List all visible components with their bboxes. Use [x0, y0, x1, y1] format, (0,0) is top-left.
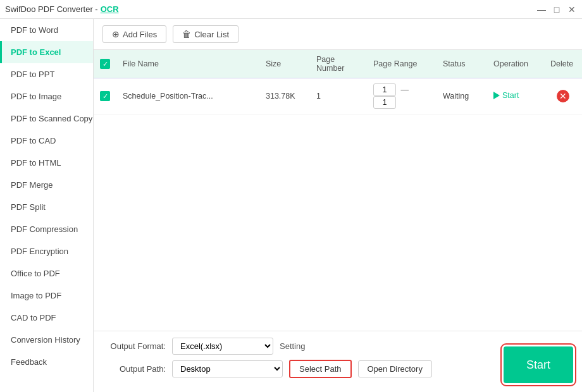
sidebar-item-pdf-to-image[interactable]: PDF to Image	[0, 85, 93, 107]
page-range-to-input[interactable]	[373, 96, 396, 109]
sidebar-item-pdf-to-cad[interactable]: PDF to CAD	[0, 130, 93, 152]
file-table-area: ✓ File Name Size Page Number Page Range …	[94, 50, 582, 331]
setting-link[interactable]: Setting	[280, 341, 305, 351]
bottom-main-row: Output Format: Excel(.xlsx) Setting Outp…	[102, 338, 573, 386]
start-main-button[interactable]: Start	[504, 346, 573, 383]
sidebar-item-pdf-compression[interactable]: PDF Compression	[0, 218, 93, 240]
start-operation-label: Start	[502, 91, 519, 100]
output-path-row: Output Path: Desktop Select Path Open Di…	[102, 360, 504, 378]
sidebar-item-image-to-pdf[interactable]: Image to PDF	[0, 285, 93, 307]
page-range-from-input[interactable]	[373, 83, 396, 96]
row-operation[interactable]: Start	[487, 78, 544, 114]
output-format-select[interactable]: Excel(.xlsx)	[172, 338, 273, 355]
row-filename: Schedule_Position-Trac...	[116, 78, 259, 114]
table-row: ✓ Schedule_Position-Trac... 313.78K 1 — …	[94, 78, 582, 114]
sidebar: PDF to WordPDF to ExcelPDF to PPTPDF to …	[0, 19, 94, 392]
header-check: ✓	[94, 50, 116, 78]
header-checkbox[interactable]: ✓	[100, 59, 110, 69]
page-range-separator: —	[400, 85, 409, 94]
header-size: Size	[259, 50, 310, 78]
output-format-label: Output Format:	[102, 341, 166, 351]
clear-list-button[interactable]: 🗑 Clear List	[173, 25, 238, 43]
content-area: ⊕ Add Files 🗑 Clear List ✓ File Name Siz…	[94, 19, 582, 392]
header-pagerange: Page Range	[367, 50, 436, 78]
row-delete: ✕	[544, 78, 582, 114]
sidebar-item-pdf-merge[interactable]: PDF Merge	[0, 174, 93, 196]
output-path-label: Output Path:	[102, 364, 166, 374]
add-files-button[interactable]: ⊕ Add Files	[102, 25, 166, 43]
header-pagenumber: Page Number	[310, 50, 367, 78]
row-pagerange: —	[367, 78, 436, 114]
sidebar-item-pdf-split[interactable]: PDF Split	[0, 196, 93, 218]
trash-icon: 🗑	[182, 29, 191, 39]
delete-button[interactable]: ✕	[557, 90, 569, 102]
toolbar: ⊕ Add Files 🗑 Clear List	[94, 19, 582, 50]
output-path-select[interactable]: Desktop	[172, 360, 283, 377]
sidebar-item-office-to-pdf[interactable]: Office to PDF	[0, 262, 93, 285]
title-bar-controls: — □ ✕	[536, 4, 577, 15]
ocr-label: OCR	[101, 4, 119, 14]
close-button[interactable]: ✕	[567, 4, 577, 15]
bottom-fields: Output Format: Excel(.xlsx) Setting Outp…	[102, 338, 504, 383]
main-layout: PDF to WordPDF to ExcelPDF to PPTPDF to …	[0, 19, 582, 392]
sidebar-item-conversion-history[interactable]: Conversion History	[0, 329, 93, 351]
header-delete: Delete	[544, 50, 582, 78]
sidebar-item-pdf-encryption[interactable]: PDF Encryption	[0, 240, 93, 262]
output-format-row: Output Format: Excel(.xlsx) Setting	[102, 338, 504, 355]
row-checkbox[interactable]: ✓	[100, 91, 110, 101]
maximize-button[interactable]: □	[552, 4, 562, 15]
header-filename: File Name	[116, 50, 259, 78]
row-status: Waiting	[436, 78, 487, 114]
select-path-button[interactable]: Select Path	[289, 360, 352, 378]
add-files-label: Add Files	[123, 30, 157, 39]
app-name: SwifDoo PDF Converter -	[5, 4, 98, 14]
header-status: Status	[436, 50, 487, 78]
start-operation-button[interactable]: Start	[493, 91, 519, 100]
sidebar-item-pdf-to-scanned[interactable]: PDF to Scanned Copy	[0, 107, 93, 130]
row-size: 313.78K	[259, 78, 310, 114]
add-icon: ⊕	[112, 29, 120, 39]
clear-list-label: Clear List	[194, 30, 229, 39]
sidebar-item-pdf-to-excel[interactable]: PDF to Excel	[0, 41, 93, 63]
sidebar-item-pdf-to-word[interactable]: PDF to Word	[0, 19, 93, 41]
sidebar-item-feedback[interactable]: Feedback	[0, 351, 93, 373]
sidebar-item-cad-to-pdf[interactable]: CAD to PDF	[0, 307, 93, 329]
play-icon	[493, 92, 500, 99]
file-table: ✓ File Name Size Page Number Page Range …	[94, 50, 582, 114]
sidebar-item-pdf-to-ppt[interactable]: PDF to PPT	[0, 63, 93, 85]
table-header-row: ✓ File Name Size Page Number Page Range …	[94, 50, 582, 78]
sidebar-item-pdf-to-html[interactable]: PDF to HTML	[0, 152, 93, 174]
minimize-button[interactable]: —	[536, 4, 547, 15]
row-check-cell: ✓	[94, 78, 116, 114]
header-operation: Operation	[487, 50, 544, 78]
title-bar: SwifDoo PDF Converter - OCR — □ ✕	[0, 0, 582, 19]
row-pagenumber: 1	[310, 78, 367, 114]
title-bar-left: SwifDoo PDF Converter - OCR	[5, 4, 119, 14]
bottom-bar: Output Format: Excel(.xlsx) Setting Outp…	[94, 331, 582, 392]
open-directory-button[interactable]: Open Directory	[358, 360, 432, 377]
